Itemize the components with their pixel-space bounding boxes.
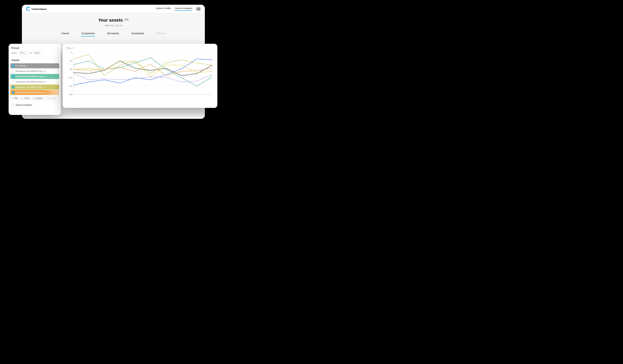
chart-card: CO2, t 0-40-80-120-160-20020112012201320… — [63, 44, 217, 108]
svg-text:-120: -120 — [68, 76, 72, 79]
tab-downloads[interactable]: Downloads — [132, 32, 144, 37]
checkbox-icon[interactable] — [12, 86, 14, 88]
checkbox-icon[interactable] — [12, 75, 14, 78]
period-to-label: to — [30, 52, 32, 54]
asset-row[interactable]: Evergreen Broadleaf forest_6 — [10, 79, 59, 84]
tab-overal[interactable]: Overal — [62, 32, 69, 37]
map-button[interactable]: Map — [10, 96, 19, 100]
rename-icon — [46, 97, 48, 99]
tab-my-boards[interactable]: My boards — [108, 32, 119, 37]
checkbox-icon[interactable] — [12, 81, 14, 83]
unfolder-icon — [33, 97, 35, 99]
svg-text:-80: -80 — [69, 68, 72, 70]
period-from-label: From — [11, 52, 17, 54]
asset-row[interactable]: Evergreen Broadleaf forest_8 — [10, 90, 59, 95]
group-name: Group 1 — [19, 64, 27, 67]
period-label: Period — [9, 47, 61, 51]
filter-panel: Period From 2011 ⌄ to 2019 ⌄ Assets Grou… — [9, 44, 61, 115]
svg-text:-200: -200 — [68, 93, 72, 96]
app-header: CarbonSpace Carbon Profile Carbon Analyt… — [22, 5, 205, 13]
top-nav: Carbon Profile Carbon Analytics — [156, 7, 200, 11]
menu-icon[interactable] — [196, 7, 200, 11]
period-to-select[interactable]: 2019 ⌄ — [33, 51, 43, 55]
asset-count: (15) — [124, 18, 129, 21]
chart-y-label: CO2, t — [67, 47, 214, 50]
chevron-down-icon[interactable]: ⌄ — [56, 64, 58, 67]
folder-icon — [21, 97, 23, 99]
total-area: Total area: 140 ha — [22, 24, 205, 27]
asset-row[interactable]: Evergreen Broadleaf forest_7 — [10, 85, 59, 90]
asset-row[interactable]: Evergreen Broadleaf forest_4 — [10, 74, 59, 79]
svg-text:-40: -40 — [69, 60, 72, 62]
asset-list: Group 1 ⌄ Evergreen Broadleaf forest_3 E… — [10, 63, 59, 95]
page-title: Your assets — [98, 18, 123, 23]
brand-mark-icon — [26, 7, 30, 11]
section-tabs: Overal Comparison My boards Downloads Re… — [22, 32, 205, 37]
line-chart: 0-40-80-120-160-200201120122013201420152… — [66, 50, 214, 105]
checkbox-icon[interactable] — [11, 104, 14, 106]
folder-icon — [16, 64, 18, 67]
asset-row[interactable]: Evergreen Broadleaf forest_3 — [10, 69, 59, 74]
brand-logo[interactable]: CarbonSpace — [26, 7, 47, 11]
rename-button: Rename — [45, 96, 57, 100]
asset-toolbar: Map Group Ungroup Rename — [9, 95, 61, 101]
period-controls: From 2011 ⌄ to 2019 ⌄ — [9, 51, 61, 57]
trendline-toggle[interactable]: Show trendline — [9, 101, 61, 109]
svg-text:-160: -160 — [68, 85, 72, 87]
svg-rect-0 — [46, 97, 48, 99]
tab-reports: Reports — [156, 32, 165, 37]
pin-icon — [12, 97, 13, 99]
ungroup-button[interactable]: Ungroup — [31, 96, 44, 100]
tab-comparison[interactable]: Comparison — [81, 32, 95, 37]
chevron-down-icon: ⌄ — [25, 52, 27, 54]
nav-carbon-analytics[interactable]: Carbon Analytics — [175, 7, 192, 11]
svg-text:0: 0 — [71, 51, 72, 53]
group-button[interactable]: Group — [20, 96, 30, 100]
asset-group-row[interactable]: Group 1 ⌄ — [10, 63, 59, 68]
nav-carbon-profile[interactable]: Carbon Profile — [156, 7, 171, 11]
brand-name: CarbonSpace — [32, 8, 47, 10]
chevron-down-icon: ⌄ — [40, 52, 41, 54]
checkbox-icon[interactable] — [12, 70, 14, 72]
page-header: Your assets (15) Total area: 140 ha Over… — [22, 13, 205, 41]
checkbox-icon[interactable] — [12, 91, 14, 94]
assets-label: Assets — [9, 59, 61, 63]
checkbox-icon[interactable] — [12, 65, 14, 67]
period-from-select[interactable]: 2011 ⌄ — [18, 51, 28, 55]
